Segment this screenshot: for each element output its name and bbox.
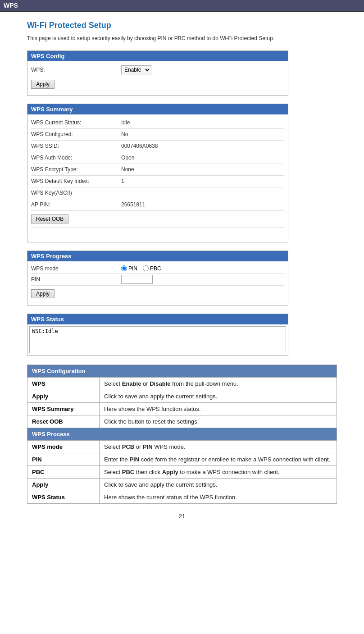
reset-oob-button[interactable]: Reset OOB (31, 214, 68, 223)
wps-key-ascii-label: WPS Key(ASCII) (31, 190, 121, 196)
ref-config-section-row: WPS Configuration (27, 365, 337, 377)
main-content: Wi-Fi Protected Setup This page is used … (0, 12, 364, 533)
wps-ssid-row: WPS SSID: 0007406A0638 (31, 141, 284, 152)
wps-progress-apply-row: Apply (31, 286, 284, 302)
wps-progress-body: WPS mode PIN PBC PIN Apply (27, 261, 288, 305)
wps-mode-radio-group: PIN PBC (121, 265, 161, 272)
pbc-radio[interactable] (143, 265, 149, 271)
intro-text: This page is used to setup security easi… (27, 35, 337, 42)
wps-current-status-label: WPS Current Status: (31, 119, 121, 126)
reference-table: WPS Configuration WPS Select Enable or D… (27, 365, 337, 504)
ref-wps-row: WPS Select Enable or Disable from the pu… (27, 377, 337, 390)
wps-auth-mode-label: WPS Auth Mode: (31, 155, 121, 161)
ref-wps-desc: Select Enable or Disable from the pull-d… (100, 377, 337, 390)
ref-apply-config-row: Apply Click to save and apply the curren… (27, 390, 337, 402)
wps-default-key-index-label: WPS Default Key Index: (31, 178, 121, 184)
wps-status-scrollable[interactable]: WSC:Idle (29, 326, 286, 353)
ref-wps-mode-row: WPS mode Select PCB or PIN WPS mode. (27, 440, 337, 453)
pin-input-row: PIN (31, 274, 284, 286)
wps-progress-apply-button[interactable]: Apply (31, 289, 55, 298)
ref-wps-status-label: WPS Status (27, 491, 100, 503)
wps-status-section: WPS Status WSC:Idle (27, 314, 288, 356)
pin-radio[interactable] (121, 265, 127, 271)
wps-configured-row: WPS Configured: No (31, 129, 284, 141)
pin-radio-text: PIN (128, 265, 137, 272)
wps-progress-section: WPS Progress WPS mode PIN PBC PIN (27, 251, 288, 306)
wps-status-header: WPS Status (27, 314, 288, 324)
reset-oob-row: Reset OOB (31, 211, 284, 228)
summary-spacer (31, 228, 284, 239)
wps-encrypt-type-value: None (121, 166, 134, 173)
ref-pbc-row: PBC Select PBC then click Apply to make … (27, 465, 337, 478)
ref-pbc-label: PBC (27, 465, 100, 478)
ref-reset-oob-label: Reset OOB (27, 415, 100, 428)
wps-mode-row: WPS mode PIN PBC (31, 264, 284, 274)
ref-reset-oob-row: Reset OOB Click the button to reset the … (27, 415, 337, 428)
ref-process-section-row: WPS Process (27, 428, 337, 440)
ref-pin-row: PIN Enter the PIN code form the registra… (27, 453, 337, 465)
pbc-radio-label[interactable]: PBC (143, 265, 161, 272)
wps-configured-label: WPS Configured: (31, 131, 121, 137)
ref-wps-summary-row: WPS Summary Here shows the WPS function … (27, 402, 337, 415)
ref-apply-process-desc: Click to save and apply the current sett… (100, 478, 337, 491)
wps-config-header: WPS Config (27, 51, 288, 61)
wps-mode-label: WPS mode (31, 265, 121, 272)
wps-encrypt-type-label: WPS Encrypt Type: (31, 166, 121, 173)
wps-enable-row: WPS: Enable Disable (31, 64, 284, 76)
pin-radio-label[interactable]: PIN (121, 265, 137, 272)
ref-pin-label: PIN (27, 453, 100, 465)
wps-config-apply-row: Apply (31, 76, 284, 92)
ref-apply-config-desc: Click to save and apply the current sett… (100, 390, 337, 402)
wps-summary-section: WPS Summary WPS Current Status: Idle WPS… (27, 104, 288, 242)
wps-status-container: WSC:Idle (27, 324, 288, 355)
wps-config-apply-button[interactable]: Apply (31, 80, 55, 89)
wps-default-key-index-row: WPS Default Key Index: 1 (31, 176, 284, 187)
ref-config-header: WPS Configuration (27, 365, 337, 377)
ref-wps-summary-label: WPS Summary (27, 402, 100, 415)
page-number: 21 (27, 513, 337, 520)
wps-summary-header: WPS Summary (27, 104, 288, 114)
wps-select[interactable]: Enable Disable (121, 65, 151, 74)
wifi-protected-setup-title: Wi-Fi Protected Setup (27, 21, 337, 30)
wps-status-text: WSC:Idle (30, 327, 286, 336)
pin-field-label: PIN (31, 276, 121, 283)
wps-current-status-value: Idle (121, 119, 130, 126)
wps-encrypt-type-row: WPS Encrypt Type: None (31, 164, 284, 176)
wps-config-section: WPS Config WPS: Enable Disable Apply (27, 50, 288, 96)
ref-wps-status-row: WPS Status Here shows the current status… (27, 491, 337, 503)
ap-pin-row: AP PIN: 26651811 (31, 199, 284, 211)
ap-pin-label: AP PIN: (31, 201, 121, 208)
ref-wps-mode-desc: Select PCB or PIN WPS mode. (100, 440, 337, 453)
wps-auth-mode-value: Open (121, 155, 134, 161)
wps-config-body: WPS: Enable Disable Apply (27, 61, 288, 95)
ref-process-header: WPS Process (27, 428, 337, 440)
wps-summary-body: WPS Current Status: Idle WPS Configured:… (27, 114, 288, 242)
wps-ssid-value: 0007406A0638 (121, 143, 158, 149)
ref-wps-status-desc: Here shows the current status of the WPS… (100, 491, 337, 503)
ref-apply-process-label: Apply (27, 478, 100, 491)
ref-apply-config-label: Apply (27, 390, 100, 402)
wps-configured-value: No (121, 131, 128, 137)
page-title: WPS (4, 2, 18, 9)
ref-apply-process-row: Apply Click to save and apply the curren… (27, 478, 337, 491)
wps-label: WPS: (31, 67, 121, 73)
ref-pin-desc: Enter the PIN code form the registrar or… (100, 453, 337, 465)
ref-wps-mode-label: WPS mode (27, 440, 100, 453)
ref-reset-oob-desc: Click the button to reset the settings. (100, 415, 337, 428)
wps-progress-header: WPS Progress (27, 251, 288, 261)
pin-input[interactable] (121, 275, 153, 284)
pbc-radio-text: PBC (150, 265, 161, 272)
wps-ssid-label: WPS SSID: (31, 143, 121, 149)
ref-wps-summary-desc: Here shows the WPS function status. (100, 402, 337, 415)
wps-current-status-row: WPS Current Status: Idle (31, 117, 284, 129)
page-title-bar: WPS (0, 0, 364, 12)
ap-pin-value: 26651811 (121, 201, 145, 208)
ref-wps-label: WPS (27, 377, 100, 390)
wps-default-key-index-value: 1 (121, 178, 124, 184)
wps-key-ascii-row: WPS Key(ASCII) (31, 187, 284, 199)
ref-pbc-desc: Select PBC then click Apply to make a WP… (100, 465, 337, 478)
wps-auth-mode-row: WPS Auth Mode: Open (31, 152, 284, 164)
